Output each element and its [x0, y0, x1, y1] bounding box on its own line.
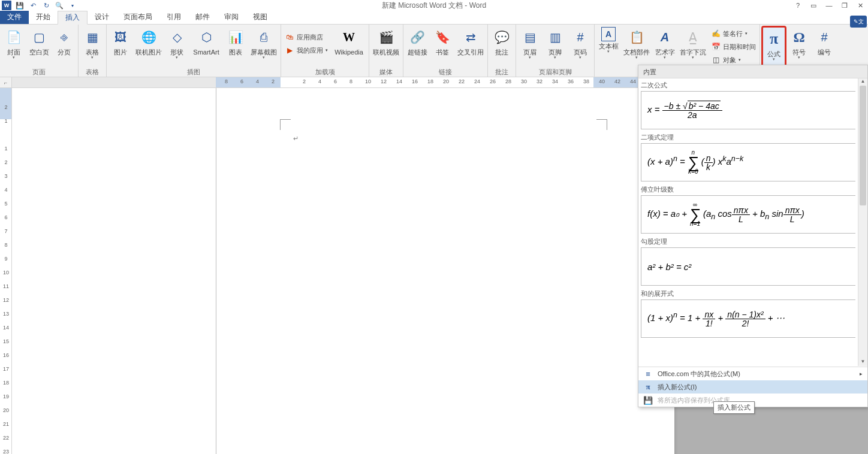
group-tables-label: 表格	[79, 68, 106, 77]
bookmark-button[interactable]: 🔖书签	[430, 26, 455, 68]
equation-dropdown-panel: 内置 ▲ ▼ 二次公式 x = −b ± b² − 4ac2a 二项式定理 (x…	[638, 65, 868, 407]
drop-cap-button[interactable]: A̲首字下沉▾	[677, 26, 709, 68]
symbol-button[interactable]: Ω符号▾	[786, 26, 812, 68]
bookmark-icon: 🔖	[432, 27, 453, 47]
quick-parts-button[interactable]: 📋文档部件▾	[621, 26, 652, 68]
footer-button[interactable]: ▥页脚▾	[542, 26, 568, 68]
signature-icon: ✍	[711, 29, 721, 38]
equation-button[interactable]: π公式▾	[761, 26, 786, 68]
page-break-icon: ⎆	[54, 27, 74, 47]
document-page[interactable]: ↵	[216, 88, 674, 454]
minimize-button[interactable]: —	[821, 0, 837, 11]
save-icon[interactable]: 💾	[13, 0, 26, 11]
blank-page-icon: ▢	[29, 27, 49, 47]
word-app-icon[interactable]: W	[0, 0, 13, 11]
smartart-icon: ⬡	[196, 27, 216, 47]
equation-gallery-header: 内置	[638, 65, 867, 78]
equation-name: 勾股定理	[641, 236, 855, 247]
equation-name: 和的展开式	[641, 288, 855, 299]
online-video-button[interactable]: 🎬联机视频	[370, 26, 402, 68]
group-links-label: 链接	[403, 68, 487, 77]
title-bar: W 💾 ↶ ↻ 🔍 ▾ 新建 Microsoft Word 文档 - Word …	[0, 0, 868, 11]
screenshot-icon: ⎙	[254, 27, 274, 47]
tab-references[interactable]: 引用	[159, 10, 188, 24]
cross-reference-button[interactable]: ⇄交叉引用	[455, 26, 486, 68]
equation-item-quadratic[interactable]: 二次公式 x = −b ± b² − 4ac2a	[638, 78, 858, 131]
shapes-button[interactable]: ◇形状▾	[164, 26, 189, 68]
table-button[interactable]: ▦表格▾	[80, 26, 105, 68]
smartart-button[interactable]: ⬡SmartArt	[189, 26, 223, 68]
tab-home[interactable]: 开始	[29, 10, 58, 24]
tab-file[interactable]: 文件	[0, 10, 29, 24]
cross-reference-icon: ⇄	[460, 27, 481, 47]
online-pictures-button[interactable]: 🌐联机图片	[133, 26, 164, 68]
tab-view[interactable]: 视图	[246, 10, 275, 24]
comment-icon: 💬	[492, 27, 512, 47]
equation-item-binomial[interactable]: 二项式定理 (x + a)n = n∑k=0 (nk) xkan−k	[638, 131, 858, 183]
date-time-button[interactable]: 📅日期和时间	[709, 40, 758, 53]
text-box-button[interactable]: A文本框▾	[596, 26, 621, 68]
equation-item-fourier[interactable]: 傅立叶级数 f(x) = a₀ + ∞∑n=1 (an cosnπxL + bn…	[638, 183, 858, 235]
tab-layout[interactable]: 页面布局	[116, 10, 159, 24]
signature-line-button[interactable]: ✍签名行▾	[709, 27, 758, 40]
group-header-footer-label: 页眉和页脚	[516, 68, 594, 77]
group-pages-label: 页面	[0, 68, 78, 77]
chart-button[interactable]: 📊图表	[223, 26, 248, 68]
help-button[interactable]: ?	[790, 0, 806, 11]
undo-icon[interactable]: ↶	[26, 0, 40, 11]
page-break-button[interactable]: ⎆分页	[52, 26, 77, 68]
pictures-button[interactable]: 🖼图片	[108, 26, 133, 68]
shapes-icon: ◇	[167, 27, 187, 47]
margin-corner-tl	[280, 119, 291, 130]
insert-new-equation[interactable]: π 插入新公式(I)	[638, 380, 867, 394]
equation-name: 二次公式	[641, 80, 855, 91]
equation-item-taylor[interactable]: 和的展开式 (1 + x)n = 1 + nx1! + n(n − 1)x²2!…	[638, 287, 858, 339]
close-button[interactable]: ✕	[852, 0, 868, 11]
wordart-button[interactable]: A艺术字▾	[652, 26, 677, 68]
tab-insert[interactable]: 插入	[58, 11, 88, 25]
restore-button[interactable]: ❐	[837, 0, 852, 11]
date-time-icon: 📅	[711, 42, 721, 52]
qat-customize-icon[interactable]: ▾	[66, 0, 79, 11]
comment-button[interactable]: 💬批注	[489, 26, 514, 68]
window-title: 新建 Microsoft Word 文档 - Word	[382, 1, 486, 11]
online-video-icon: 🎬	[376, 27, 396, 47]
tab-mailings[interactable]: 邮件	[188, 10, 217, 24]
store-button[interactable]: 🛍应用商店	[282, 31, 330, 44]
wordart-icon: A	[655, 27, 675, 47]
tab-review[interactable]: 审阅	[217, 10, 246, 24]
store-icon: 🛍	[285, 32, 294, 42]
ribbon-tabs: 文件 开始 插入 设计 页面布局 引用 邮件 审阅 视图	[0, 11, 868, 25]
drop-cap-icon: A̲	[683, 27, 703, 47]
pi-icon: π	[643, 382, 653, 392]
ruler-corner[interactable]: ⌐	[0, 77, 12, 87]
preview-icon[interactable]: 🔍	[53, 0, 66, 11]
chart-icon: 📊	[225, 27, 246, 47]
translator-badge-icon[interactable]: ✎文	[850, 16, 867, 28]
margin-corner-tr	[596, 119, 607, 130]
hyperlink-button[interactable]: 🔗超链接	[405, 26, 430, 68]
office-com-equations[interactable]: ≡ Office.com 中的其他公式(M) ▸	[638, 367, 867, 380]
text-cursor: ↵	[293, 135, 299, 143]
symbol-omega-icon: Ω	[789, 27, 809, 47]
group-addins-label: 加载项	[281, 68, 369, 77]
blank-page-button[interactable]: ▢空白页	[26, 26, 52, 68]
vertical-ruler[interactable]: 2112345678910111213141516171819202122232…	[0, 88, 12, 454]
cover-page-button[interactable]: 📄封面▾	[1, 26, 26, 68]
tab-design[interactable]: 设计	[88, 10, 116, 24]
pictures-icon: 🖼	[110, 27, 131, 47]
page-number-button[interactable]: #页码▾	[568, 26, 593, 68]
screenshot-button[interactable]: ⎙屏幕截图▾	[248, 26, 279, 68]
chevron-right-icon: ▸	[860, 371, 863, 377]
group-illustrations-label: 插图	[107, 68, 281, 77]
quick-parts-icon: 📋	[626, 27, 647, 47]
my-apps-button[interactable]: ▶我的应用▾	[282, 44, 330, 57]
header-button[interactable]: ▤页眉▾	[517, 26, 542, 68]
redo-icon[interactable]: ↻	[40, 0, 53, 11]
equation-panel-footer: ≡ Office.com 中的其他公式(M) ▸ π 插入新公式(I) 💾 将所…	[638, 367, 867, 407]
object-icon: ◫	[711, 55, 721, 65]
equation-item-pythagorean[interactable]: 勾股定理 a² + b² = c²	[638, 235, 858, 287]
ribbon-display-options[interactable]: ▭	[806, 0, 821, 11]
wikipedia-button[interactable]: WWikipedia	[330, 26, 367, 68]
number-button[interactable]: #编号	[812, 26, 837, 68]
